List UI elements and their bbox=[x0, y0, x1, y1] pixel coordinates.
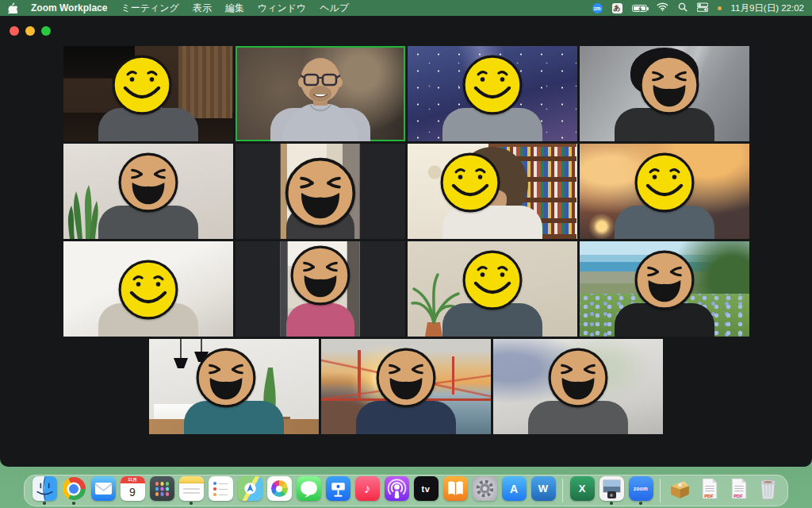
dock-icon-calendar[interactable]: 11月9 bbox=[120, 476, 145, 505]
dock-icon-photos[interactable] bbox=[266, 476, 292, 505]
menubar-app-name[interactable]: Zoom Workplace bbox=[31, 2, 107, 13]
video-tile-participant-2[interactable] bbox=[236, 46, 405, 141]
dock-icon-system-settings[interactable] bbox=[472, 476, 497, 505]
video-tile-participant-12[interactable] bbox=[580, 241, 749, 337]
dock-icon-maps[interactable] bbox=[237, 476, 262, 505]
dock: 11月9♪tvAWXzoomPDFPDF bbox=[24, 475, 788, 506]
video-tile-participant-15[interactable] bbox=[493, 339, 663, 434]
dock-icon-apple-tv[interactable]: tv bbox=[413, 476, 439, 505]
dock-icon-keynote[interactable] bbox=[325, 476, 350, 505]
laugh-smiley-sticker bbox=[638, 54, 700, 116]
running-indicator-dot bbox=[639, 502, 642, 505]
smile-smiley-sticker bbox=[462, 249, 523, 311]
dock-icon-reminders[interactable] bbox=[208, 476, 233, 505]
gallery-row-4 bbox=[149, 339, 663, 434]
fullscreen-window-button[interactable] bbox=[41, 26, 51, 36]
running-indicator-dot bbox=[610, 502, 613, 505]
dock-icon-messages[interactable] bbox=[296, 476, 321, 505]
running-indicator-dot bbox=[190, 502, 193, 505]
running-indicator-dot bbox=[43, 502, 46, 505]
zoom-meeting-window bbox=[0, 16, 812, 467]
video-tile-participant-1[interactable] bbox=[63, 46, 233, 141]
video-tile-participant-10[interactable] bbox=[236, 241, 405, 337]
video-tile-participant-11[interactable] bbox=[408, 241, 577, 337]
laugh-smiley-sticker bbox=[284, 156, 357, 229]
smile-smiley-sticker bbox=[111, 54, 173, 116]
smile-smiley-sticker bbox=[117, 259, 179, 321]
menubar-clock[interactable]: 11月9日(日) 22:02 bbox=[731, 2, 804, 14]
minimize-window-button[interactable] bbox=[25, 26, 35, 36]
dock-icon-pdf-document[interactable]: PDF bbox=[696, 476, 722, 505]
gallery-row-1 bbox=[63, 46, 749, 141]
video-tile-participant-8[interactable] bbox=[580, 144, 749, 239]
close-window-button[interactable] bbox=[10, 26, 19, 36]
window-traffic-lights bbox=[10, 26, 51, 36]
dock-icon-app-store[interactable]: A bbox=[501, 476, 527, 505]
input-source-icon[interactable]: あ bbox=[612, 3, 622, 13]
video-tile-participant-3[interactable] bbox=[408, 46, 577, 141]
laugh-smiley-sticker bbox=[547, 347, 609, 409]
battery-icon[interactable] bbox=[632, 5, 647, 12]
video-tile-participant-7[interactable] bbox=[408, 144, 577, 239]
menu-item-1[interactable]: ミーティング bbox=[121, 2, 178, 15]
laugh-smiley-sticker bbox=[195, 347, 257, 409]
dock-icon-podcasts[interactable] bbox=[384, 476, 409, 505]
svg-text:PDF: PDF bbox=[733, 494, 743, 498]
gallery-row-2 bbox=[63, 144, 749, 239]
menu-item-5[interactable]: ヘルプ bbox=[320, 2, 349, 15]
video-tile-participant-5[interactable] bbox=[63, 144, 233, 239]
video-tile-participant-13[interactable] bbox=[149, 339, 319, 434]
dock-icon-notes[interactable] bbox=[178, 476, 204, 505]
laugh-smiley-sticker bbox=[117, 152, 179, 214]
smile-smiley-sticker bbox=[439, 152, 501, 214]
dock-icon-pdf-document[interactable]: PDF bbox=[726, 476, 751, 505]
video-tile-participant-9[interactable] bbox=[63, 241, 233, 337]
laugh-smiley-sticker bbox=[375, 347, 437, 409]
dock-icon-finder[interactable] bbox=[32, 476, 57, 505]
menu-item-3[interactable]: 編集 bbox=[225, 2, 244, 15]
dock-icon-word[interactable]: W bbox=[530, 476, 556, 505]
menu-item-4[interactable]: ウィンドウ bbox=[258, 2, 306, 15]
participant-face bbox=[236, 46, 405, 141]
video-tile-participant-14[interactable] bbox=[321, 339, 491, 434]
recording-indicator-dot bbox=[718, 6, 722, 10]
zoom-status-icon[interactable]: zm bbox=[592, 3, 603, 13]
dock-icon-package[interactable] bbox=[667, 476, 692, 505]
smile-smiley-sticker bbox=[462, 54, 523, 116]
dock-icon-chrome[interactable] bbox=[61, 476, 86, 505]
dock-separator bbox=[562, 479, 563, 502]
video-tile-participant-6[interactable] bbox=[236, 144, 405, 239]
dock-icon-books[interactable] bbox=[442, 476, 468, 505]
dock-icon-trash[interactable] bbox=[755, 476, 780, 505]
laugh-smiley-sticker bbox=[634, 249, 695, 311]
dock-icon-launchpad[interactable] bbox=[149, 476, 174, 505]
wifi-icon[interactable] bbox=[657, 2, 668, 13]
running-indicator-dot bbox=[72, 502, 75, 505]
desktop: Zoom Workplace ミーティング表示編集ウィンドウヘルプ zm あ 1… bbox=[0, 0, 812, 508]
dock-icon-mail[interactable] bbox=[90, 476, 116, 505]
apple-menu-icon[interactable] bbox=[8, 2, 17, 13]
menu-item-2[interactable]: 表示 bbox=[193, 2, 212, 15]
video-gallery-grid bbox=[0, 46, 812, 434]
spotlight-search-icon[interactable] bbox=[678, 2, 688, 14]
dock-separator bbox=[660, 479, 661, 502]
control-center-icon[interactable] bbox=[697, 2, 708, 14]
laugh-smiley-sticker bbox=[289, 244, 351, 306]
svg-text:PDF: PDF bbox=[704, 494, 714, 498]
menu-bar: Zoom Workplace ミーティング表示編集ウィンドウヘルプ zm あ 1… bbox=[0, 0, 812, 16]
dock-icon-excel[interactable]: X bbox=[569, 476, 595, 505]
dock-icon-preview[interactable] bbox=[599, 476, 624, 505]
smile-smiley-sticker bbox=[634, 152, 695, 214]
dock-icon-zoom[interactable]: zoom bbox=[628, 476, 653, 505]
gallery-row-3 bbox=[63, 241, 749, 337]
video-tile-participant-4[interactable] bbox=[580, 46, 749, 141]
dock-icon-music[interactable]: ♪ bbox=[354, 476, 380, 505]
